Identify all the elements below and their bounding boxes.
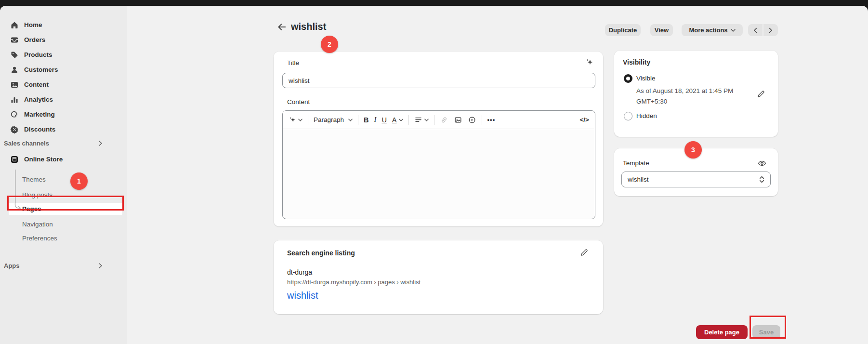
chevron-down-icon — [298, 119, 302, 121]
sidebar-item-home[interactable]: Home — [0, 17, 127, 32]
visible-schedule-text: As of August 18, 2021 at 1:45 PM GMT+5:3… — [636, 86, 756, 107]
annotation-box-save — [750, 316, 786, 339]
template-select[interactable]: wishlist — [621, 172, 771, 187]
sidebar-item-analytics[interactable]: Analytics — [0, 92, 127, 107]
annotation-badge-3: 3 — [684, 141, 702, 159]
template-select-value: wishlist — [628, 176, 649, 183]
link-icon[interactable] — [440, 116, 448, 124]
chevron-down-icon — [731, 29, 736, 32]
insert-image-icon[interactable] — [454, 116, 462, 124]
visibility-card: Visibility Visible As of August 18, 2021… — [614, 51, 778, 137]
chevron-down-icon — [424, 119, 429, 121]
toolbar-divider — [358, 115, 358, 125]
chevron-down-icon — [348, 119, 353, 121]
more-formatting-button[interactable]: ••• — [487, 116, 496, 123]
sidebar-item-label: Analytics — [24, 96, 53, 103]
back-arrow-icon[interactable] — [276, 22, 287, 32]
sidebar-item-orders[interactable]: Orders — [0, 32, 127, 47]
sidebar-item-products[interactable]: Products — [0, 47, 127, 62]
sidebar-item-marketing[interactable]: Marketing — [0, 107, 127, 122]
code-view-button[interactable]: </> — [579, 116, 589, 123]
paragraph-style-dropdown[interactable]: Paragraph — [314, 116, 353, 123]
duplicate-button[interactable]: Duplicate — [605, 24, 641, 36]
sidebar-item-preferences[interactable]: Preferences — [22, 235, 57, 242]
toolbar-divider — [308, 115, 308, 125]
view-button[interactable]: View — [650, 24, 673, 36]
text-color-button[interactable]: A — [392, 116, 403, 124]
products-icon — [10, 50, 19, 60]
discounts-icon — [10, 125, 19, 134]
visible-radio-label: Visible — [636, 75, 656, 82]
online-store-icon — [10, 155, 19, 164]
magic-sparkle-icon — [289, 116, 296, 124]
toolbar-divider — [434, 115, 434, 125]
sidebar-item-label: Online Store — [24, 156, 63, 163]
visibility-heading: Visibility — [623, 58, 650, 66]
home-icon — [10, 20, 19, 30]
paragraph-style-label: Paragraph — [314, 116, 344, 123]
sidebar-item-label: Customers — [24, 66, 58, 73]
text-color-label: A — [392, 116, 397, 124]
alignment-button[interactable] — [414, 116, 429, 124]
annotation-badge-2: 2 — [321, 36, 338, 53]
content-field-label: Content — [287, 98, 310, 106]
italic-button[interactable]: I — [374, 116, 377, 124]
content-icon — [10, 80, 19, 90]
prev-page-button[interactable] — [748, 24, 763, 36]
title-content-card: Title Content Paragraph B — [274, 52, 603, 226]
shopify-admin-window: Home Orders Products Customers Content — [0, 0, 868, 344]
magic-sparkle-icon[interactable] — [585, 58, 594, 67]
sidebar-item-customers[interactable]: Customers — [0, 62, 127, 77]
chevron-down-icon — [399, 119, 403, 121]
rich-text-editor: Paragraph B I U A — [282, 110, 595, 219]
align-left-icon — [414, 116, 422, 124]
annotation-badge-1: 1 — [70, 172, 88, 190]
chevron-right-icon[interactable] — [98, 140, 103, 146]
more-actions-label: More actions — [689, 26, 727, 34]
title-field-label: Title — [287, 59, 299, 66]
sales-channels-header[interactable]: Sales channels — [4, 140, 49, 147]
next-page-button[interactable] — [763, 24, 778, 36]
insert-video-icon[interactable] — [468, 116, 476, 124]
analytics-icon — [10, 95, 19, 105]
title-input[interactable] — [282, 73, 595, 88]
visible-radio[interactable] — [624, 74, 632, 83]
seo-url-breadcrumb: https://dt-durga.myshopify.com › pages ›… — [287, 278, 421, 286]
hidden-radio-label: Hidden — [636, 112, 657, 119]
chevron-right-icon — [769, 27, 773, 33]
app-frame: Home Orders Products Customers Content — [0, 6, 868, 344]
sidebar-item-navigation[interactable]: Navigation — [22, 221, 53, 228]
sidebar-item-content[interactable]: Content — [0, 77, 127, 92]
sidebar-item-label: Orders — [24, 36, 45, 43]
sidebar-item-themes[interactable]: Themes — [22, 176, 46, 183]
seo-result-link[interactable]: wishlist — [287, 290, 318, 301]
hidden-radio[interactable] — [624, 112, 632, 120]
sidebar-item-label: Discounts — [24, 126, 55, 133]
marketing-icon — [10, 110, 19, 119]
sidebar-item-label: Content — [24, 81, 49, 88]
sidebar: Home Orders Products Customers Content — [0, 6, 127, 344]
page-title: wishlist — [291, 21, 326, 32]
editor-magic-button[interactable] — [289, 116, 302, 124]
bold-button[interactable]: B — [364, 116, 368, 124]
customers-icon — [10, 65, 19, 75]
seo-card-heading: Search engine listing — [287, 249, 355, 257]
edit-pencil-icon[interactable] — [580, 248, 589, 257]
sidebar-item-online-store[interactable]: Online Store — [0, 152, 127, 167]
select-caret-icon — [759, 176, 764, 183]
underline-button[interactable]: U — [381, 116, 386, 124]
annotation-box-pages — [7, 196, 124, 211]
editor-toolbar: Paragraph B I U A — [283, 111, 595, 129]
template-heading: Template — [623, 159, 649, 167]
editor-content-area[interactable] — [283, 129, 595, 219]
orders-icon — [10, 35, 19, 45]
apps-header[interactable]: Apps — [4, 262, 20, 269]
sidebar-item-label: Products — [24, 51, 53, 58]
chevron-left-icon — [753, 27, 757, 33]
edit-pencil-icon[interactable] — [757, 89, 766, 98]
delete-page-button[interactable]: Delete page — [696, 325, 748, 339]
chevron-right-icon[interactable] — [98, 263, 103, 269]
eye-icon[interactable] — [757, 159, 767, 168]
sidebar-item-discounts[interactable]: Discounts — [0, 122, 127, 137]
more-actions-button[interactable]: More actions — [682, 24, 743, 36]
